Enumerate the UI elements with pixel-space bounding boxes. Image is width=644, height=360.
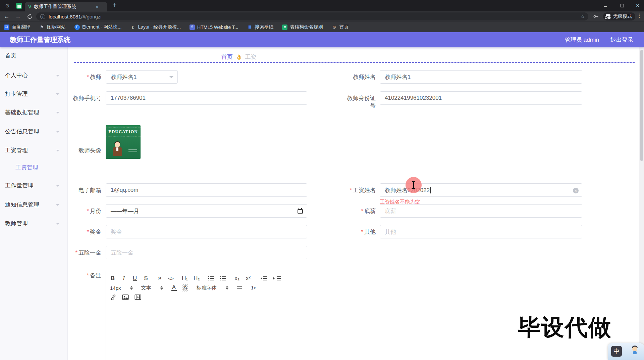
incognito-icon — [605, 14, 611, 19]
sidebar-item-basic-data[interactable]: 基础数据管理 — [5, 108, 64, 117]
bookmark-label: 图标网站 — [47, 24, 66, 30]
browser-menu-button[interactable]: ⋮ — [637, 12, 642, 19]
window-restore-button[interactable] — [614, 0, 630, 11]
spinner-icon[interactable] — [226, 286, 228, 290]
insert-image-button[interactable] — [122, 294, 129, 301]
bookmark-star-icon[interactable]: ☆ — [581, 13, 585, 19]
editor-content-area[interactable] — [106, 304, 307, 360]
sidebar-item-salary[interactable]: 工资管理 — [5, 146, 64, 154]
font-size-select[interactable]: 14px — [110, 285, 121, 291]
spinner-icon[interactable] — [130, 286, 133, 290]
forward-button[interactable]: → — [14, 12, 22, 20]
font-color-button[interactable]: A — [171, 285, 177, 291]
base-salary-input[interactable]: 底薪 — [380, 204, 582, 218]
reload-icon — [27, 14, 33, 19]
phone-label: 教师手机号 — [71, 95, 101, 102]
teacher-label: *教师 — [71, 74, 101, 81]
page-scrollbar[interactable] — [639, 47, 644, 360]
strikethrough-button[interactable]: S — [143, 275, 149, 282]
teacher-avatar-image[interactable]: school learn study teach read think EDUC… — [106, 125, 141, 159]
code-button[interactable]: </> — [168, 275, 173, 282]
clear-input-icon[interactable]: × — [573, 188, 579, 193]
poster-title: EDUCATION — [106, 129, 141, 134]
sidebar-item-notification[interactable]: 通知信息管理 — [5, 201, 64, 209]
insurance-input[interactable]: 五险一金 — [106, 246, 307, 259]
bookmark-item[interactable]: ⊕ 首页 — [331, 24, 348, 30]
new-tab-button[interactable]: + — [113, 1, 117, 9]
sidebar-item-workload[interactable]: 工作量管理 — [5, 182, 64, 190]
unordered-list-button[interactable] — [220, 275, 226, 282]
email-input[interactable]: 1@qq.com — [106, 183, 307, 197]
back-button[interactable]: ← — [3, 12, 11, 20]
indent-button[interactable] — [273, 275, 281, 282]
subscript-button[interactable]: x₂ — [234, 275, 240, 282]
italic-button[interactable]: I — [121, 275, 126, 282]
bookmark-item[interactable]: ≣ 表结构命名规则 — [282, 24, 323, 30]
required-mark: * — [87, 272, 89, 279]
underline-button[interactable]: U — [132, 275, 138, 282]
sidebar-item-announcement[interactable]: 公告信息管理 — [5, 128, 64, 136]
id-card-input[interactable]: 410224199610232001 — [380, 91, 582, 105]
scrollbar-thumb[interactable] — [640, 50, 643, 161]
text-type-select[interactable]: 文本 — [141, 285, 151, 291]
bookmark-item[interactable]: 5 HTML5 Website T... — [190, 25, 238, 30]
rich-text-editor[interactable]: B I U S ” </> H₁ H₂ x₂ x² 14px — [106, 271, 307, 360]
bold-button[interactable]: B — [110, 275, 115, 282]
base-salary-label: *底薪 — [345, 208, 376, 215]
font-family-select[interactable]: 标准字体 — [197, 285, 217, 291]
tab-close-icon[interactable]: × — [96, 4, 99, 10]
bookmark-item[interactable]: ): Layui - 经典开源模... — [130, 24, 181, 30]
sidebar-item-teacher[interactable]: 教师管理 — [5, 220, 64, 228]
sidebar-item-home[interactable]: 首页 — [5, 52, 64, 60]
reload-button[interactable] — [25, 12, 34, 20]
label-text: 奖金 — [90, 229, 101, 235]
sidebar-item-label: 通知信息管理 — [5, 201, 39, 208]
avatar-label: 教师头像 — [71, 147, 101, 154]
superscript-button[interactable]: x² — [246, 275, 251, 282]
outdent-button[interactable] — [259, 275, 267, 282]
label-text: 教师头像 — [78, 147, 101, 154]
ime-chinese-mode-button[interactable]: 中 — [611, 346, 622, 357]
calendar-icon[interactable] — [298, 208, 303, 214]
browser-toolbar: ← → i localhost:8081 /#/gongzi ☆ 无痕模式 ⋮ — [0, 11, 644, 21]
element-ui-favicon: E — [74, 25, 80, 30]
teacher-name-input[interactable]: 教师姓名1 — [380, 70, 582, 84]
month-input[interactable]: ——年—月 — [106, 204, 307, 218]
sidebar-item-clock-in[interactable]: 打卡管理 — [5, 90, 64, 98]
browser-app-icon[interactable]: ⊙ — [4, 2, 11, 9]
insert-video-button[interactable] — [135, 294, 141, 301]
bookmark-item[interactable]: E Element - 网站快... — [74, 24, 121, 30]
teacher-select[interactable]: 教师姓名1 — [106, 70, 178, 84]
logout-button[interactable]: 退出登录 — [610, 36, 633, 44]
address-bar[interactable]: i localhost:8081 /#/gongzi ☆ — [36, 12, 588, 20]
chalkboard-lines — [128, 149, 137, 150]
notes-extension-icon[interactable] — [16, 3, 22, 9]
insert-link-button[interactable] — [110, 294, 116, 301]
heading2-button[interactable]: H₂ — [194, 275, 200, 282]
phone-input[interactable]: 17703786901 — [106, 91, 307, 105]
app-title: 教师工作量管理系统 — [10, 35, 70, 44]
bookmark-item[interactable]: Ⅲ 搜索壁纸 — [247, 24, 273, 30]
window-minimize-button[interactable]: – — [598, 0, 613, 11]
browser-tab[interactable]: V 教师工作量管理系统 × — [25, 2, 107, 11]
highlight-color-button[interactable]: A — [182, 284, 188, 291]
window-close-button[interactable]: × — [630, 0, 644, 11]
input-value: ——年—月 — [111, 207, 139, 215]
spinner-icon[interactable] — [160, 286, 163, 290]
other-input[interactable]: 其他 — [380, 225, 582, 238]
bookmark-item[interactable]: ⚑ 图标网站 — [39, 24, 66, 30]
clear-format-button[interactable]: Tx — [251, 284, 256, 291]
required-mark: * — [361, 208, 363, 214]
input-value: 410224199610232001 — [385, 95, 442, 101]
sidebar-subitem-salary-active[interactable]: 工资管理 — [15, 164, 38, 172]
password-key-icon[interactable] — [593, 14, 599, 20]
site-info-icon[interactable]: i — [40, 14, 45, 19]
heading1-button[interactable]: H₁ — [182, 275, 188, 282]
bonus-input[interactable]: 奖金 — [106, 225, 307, 238]
ordered-list-button[interactable] — [208, 275, 214, 282]
line-height-button[interactable] — [237, 284, 242, 291]
bookmark-item[interactable]: 译 百度翻译 — [4, 24, 31, 30]
blockquote-button[interactable]: ” — [157, 275, 162, 282]
breadcrumb-home-link[interactable]: 首页 — [221, 53, 233, 61]
sidebar-item-personal-center[interactable]: 个人中心 — [5, 72, 64, 80]
